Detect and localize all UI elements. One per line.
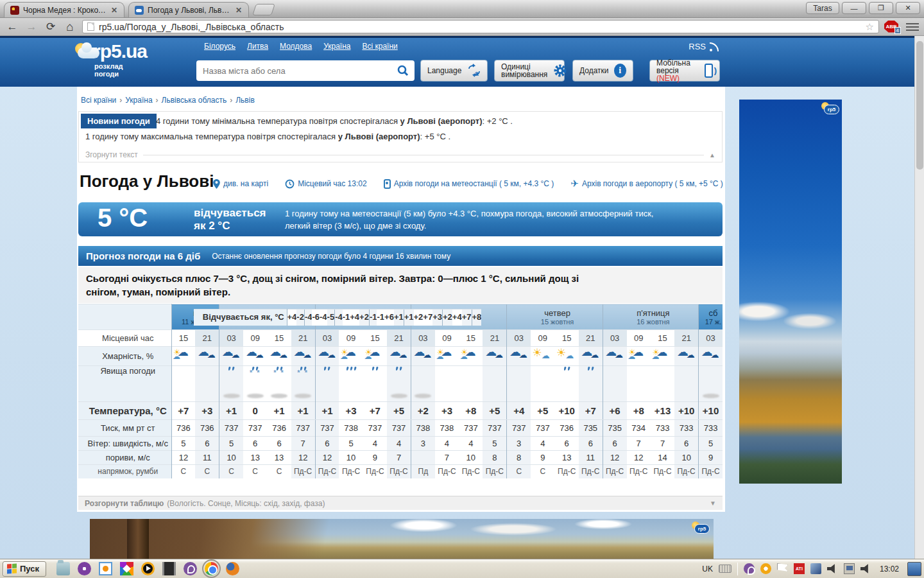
country-link[interactable]: Всі країни	[362, 42, 397, 51]
tor-browser-icon[interactable]	[78, 562, 91, 575]
expand-table-link[interactable]: Розгорнути таблицю (Вологість. Сонце, Мі…	[78, 496, 723, 510]
map-link[interactable]: див. на карті	[213, 179, 268, 189]
breadcrumb-link[interactable]: Україна	[125, 96, 152, 105]
breadcrumb-link[interactable]: Львівська область	[162, 96, 227, 105]
apps-button[interactable]: Додатки i	[572, 60, 633, 82]
firefox-icon[interactable]	[226, 562, 239, 575]
phenomena-stack	[674, 366, 698, 399]
language-button[interactable]: Language a	[420, 60, 488, 82]
tray-flag-icon[interactable]	[777, 563, 788, 574]
expand-arrow-icon[interactable]: ▼	[710, 500, 716, 507]
browser-tab[interactable]: Чорна Медея : Крокодилов✕	[4, 2, 124, 17]
chrome-icon[interactable]	[205, 562, 218, 575]
taskbar-clock[interactable]: 13:02	[880, 565, 899, 574]
mobile-version-button[interactable]: Мобільнаверсія (NEW)	[649, 60, 720, 82]
tray-network-icon[interactable]	[844, 563, 855, 574]
feels-like-cell: -1	[369, 309, 377, 326]
rss-link[interactable]: RSS	[689, 42, 719, 51]
day-header-cell[interactable]: сб17 ж.	[699, 304, 723, 330]
temperature-cell: +7	[171, 402, 195, 419]
temperature-cell: +1	[291, 402, 315, 419]
show-desktop-button[interactable]	[907, 562, 921, 576]
side-banner-image[interactable]: rp5	[739, 100, 842, 484]
breadcrumb-link[interactable]: Всі країни	[81, 96, 116, 105]
feels-like-cell: +4	[287, 309, 296, 326]
cloudiness-cell: ☀☁☁	[363, 347, 387, 366]
rp5-logo[interactable]: rp5.ua розкладпогоди	[74, 40, 170, 78]
day-header-cell[interactable]: п'ятниця16 жовтня	[603, 304, 698, 330]
units-button[interactable]: Одиницівимірювання	[494, 60, 565, 82]
search-input[interactable]	[196, 66, 391, 76]
viber-icon[interactable]	[184, 562, 197, 575]
pin-icon	[213, 179, 220, 189]
picasa-icon[interactable]	[120, 562, 133, 575]
phenomena-stack	[363, 366, 387, 399]
adblock-icon[interactable]: ABP 4	[884, 21, 901, 33]
new-tab-button[interactable]	[252, 4, 275, 15]
minimize-button[interactable]: —	[842, 2, 866, 14]
reload-icon[interactable]: ⟳	[44, 20, 58, 33]
cloudiness-cell: ☁☁	[579, 347, 603, 366]
profile-button[interactable]: Taras	[806, 2, 839, 14]
rain-drop	[228, 367, 230, 371]
rain-drop	[567, 367, 570, 371]
movie-maker-icon[interactable]	[162, 562, 176, 575]
airport-archive-link[interactable]: ✈ Архів погоди в аеропорту ( 5 км, +5 °C…	[570, 178, 723, 189]
clock-icon	[285, 179, 295, 189]
hour-cell: 15	[171, 330, 195, 347]
wind-direction-cell: Пд-С	[579, 464, 603, 478]
menu-icon[interactable]	[906, 23, 919, 31]
collapse-arrow-icon[interactable]: ▲	[709, 152, 715, 159]
forward-icon[interactable]: →	[24, 21, 38, 33]
tray-comodo-icon[interactable]	[760, 563, 771, 574]
phenomena-stack: * *	[267, 366, 291, 399]
bookmark-star-icon[interactable]: ☆	[866, 21, 874, 33]
tray-volume2-icon[interactable]	[860, 563, 871, 574]
cloudiness-cell: ☀☁☁	[171, 347, 195, 366]
breadcrumb-link[interactable]: Львів	[235, 96, 255, 105]
keyboard-icon[interactable]	[719, 565, 732, 573]
wind-gusts-cell: 9	[363, 450, 387, 464]
tray-viber-icon[interactable]	[744, 563, 755, 574]
precip-icon	[396, 367, 402, 371]
back-icon[interactable]: ←	[5, 21, 19, 33]
country-link[interactable]: Литва	[247, 42, 268, 51]
day-header-cell[interactable]: четвер15 жовтня	[507, 304, 603, 330]
breadcrumb-separator: ›	[230, 96, 232, 105]
search-box[interactable]	[196, 60, 415, 81]
station-archive-link[interactable]: Архів погоди на метеостанції ( 5 км, +4.…	[384, 179, 554, 189]
aimp-icon[interactable]	[141, 562, 155, 575]
country-link[interactable]: Білорусь	[204, 42, 235, 51]
browser-tab[interactable]: Погода у Львові, Львівська✕	[128, 2, 249, 17]
country-link[interactable]: Молдова	[280, 42, 312, 51]
wind-gusts-cell: 11	[579, 450, 603, 464]
phenomena-stack	[555, 366, 579, 399]
file-manager-icon[interactable]	[56, 562, 70, 575]
home-icon[interactable]: ⌂	[63, 20, 77, 34]
tab-close-icon[interactable]: ✕	[234, 6, 243, 15]
bottom-banner-image[interactable]: rp5	[90, 519, 714, 559]
phenomena-cell	[387, 366, 411, 402]
fog-icon	[391, 394, 407, 398]
country-link[interactable]: Україна	[323, 42, 350, 51]
media-player-icon[interactable]	[99, 562, 112, 575]
url-text[interactable]: rp5.ua/Погода_у_Львові,_Львівська_област…	[99, 22, 861, 32]
collapse-text-link[interactable]: Згорнути текст▲	[85, 150, 715, 159]
tab-close-icon[interactable]: ✕	[110, 6, 119, 15]
language-indicator[interactable]: UK	[702, 565, 713, 574]
tray-ati-icon[interactable]: ATI	[794, 563, 805, 574]
page-scrollbar[interactable]	[914, 36, 924, 559]
precip-icon: * *	[273, 367, 285, 374]
tray-bluetooth-icon[interactable]	[810, 563, 821, 574]
search-icon[interactable]	[391, 60, 415, 81]
scrollbar-thumb[interactable]	[916, 41, 923, 170]
cloud-icon: ☀☁	[531, 348, 554, 362]
cloud-icon: ☀☁☁	[651, 348, 674, 362]
restore-button[interactable]: ❐	[869, 2, 893, 14]
start-button[interactable]: Пуск	[3, 561, 46, 577]
address-bar[interactable]: rp5.ua/Погода_у_Львові,_Львівська_област…	[82, 20, 879, 33]
close-button[interactable]: ✕	[896, 2, 920, 14]
tray-volume-icon[interactable]	[827, 563, 838, 574]
weather-news-box: Новини погоди 4 години тому мінімальна т…	[78, 111, 723, 162]
phenomena-cell	[507, 366, 531, 402]
